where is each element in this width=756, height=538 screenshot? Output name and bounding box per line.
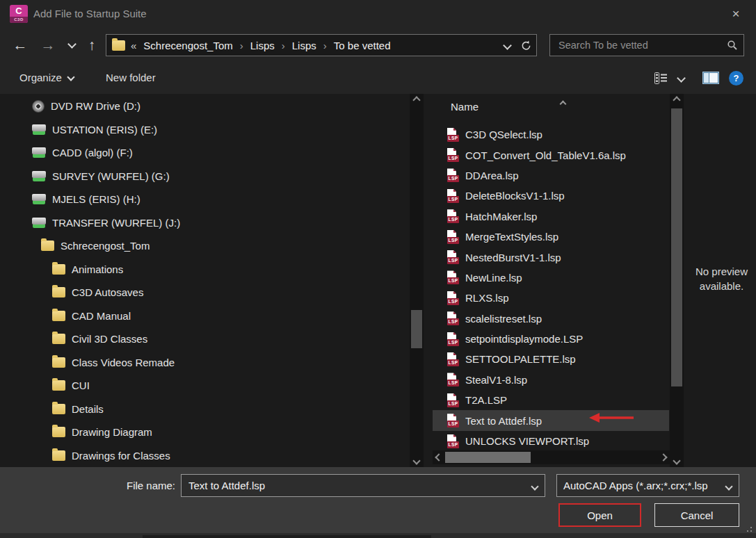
tree-item[interactable]: CAD Manual [0, 304, 409, 328]
folder-icon [52, 287, 65, 297]
file-row[interactable]: LSP SETTOOLPALETTE.lsp [433, 349, 669, 369]
search-icon[interactable] [727, 40, 738, 51]
file-row[interactable]: LSP NestedBurstV1-1.lsp [433, 247, 669, 267]
lsp-badge: LSP [447, 421, 459, 427]
file-row[interactable]: LSP StealV1-8.lsp [433, 370, 669, 390]
tree-item[interactable]: CUI [0, 374, 409, 398]
tree-item[interactable]: Drawings for Classes [0, 444, 409, 468]
file-name: NestedBurstV1-1.lsp [465, 252, 561, 263]
open-button[interactable]: Open [558, 503, 641, 527]
file-list-scrollbar[interactable] [670, 94, 684, 467]
address-dropdown-icon[interactable] [503, 41, 512, 50]
file-row[interactable]: LSP MergeTextStyles.lsp [433, 227, 669, 247]
file-name-input[interactable] [182, 479, 532, 492]
recent-locations-dropdown[interactable] [64, 28, 79, 63]
file-name: StealV1-8.lsp [465, 374, 527, 386]
dialog-footer: File name: AutoCAD Apps (*.arx;*.crx;*.l… [0, 467, 756, 538]
cancel-button[interactable]: Cancel [654, 503, 739, 527]
tree-item[interactable]: Civil 3D Classes [0, 327, 409, 351]
up-button[interactable]: ↑ [81, 28, 103, 63]
tree-item-label: SURVEY (WURFEL) (G:) [52, 170, 170, 182]
breadcrumb-item[interactable]: Schrecengost_Tom [142, 40, 234, 51]
file-row[interactable]: LSP NewLine.lsp [433, 268, 669, 288]
file-row[interactable]: LSP UNLOCKS VIEWPORT.lsp [433, 431, 669, 450]
tree-item[interactable]: CADD (algol) (F:) [0, 141, 409, 165]
preview-pane-icon[interactable] [702, 72, 719, 84]
tree-item[interactable]: Class Videos Remade [0, 351, 409, 375]
file-row[interactable]: LSP T2A.LSP [433, 390, 669, 410]
tree-item[interactable]: MJELS (ERIS) (H:) [0, 188, 409, 211]
file-row[interactable]: LSP COT_Convert_Old_TableV1.6a.lsp [433, 145, 669, 165]
tree-scrollbar[interactable] [410, 94, 424, 467]
refresh-icon[interactable] [520, 40, 532, 51]
sort-ascending-icon [561, 97, 565, 108]
search-input[interactable] [557, 39, 727, 51]
network-drive-icon [32, 124, 46, 135]
search-box[interactable] [549, 34, 744, 56]
close-icon[interactable]: × [724, 0, 748, 28]
scrollbar-thumb[interactable] [411, 310, 422, 348]
lsp-file-icon: LSP [447, 414, 459, 427]
scroll-up-icon[interactable] [670, 94, 684, 106]
civil3d-app-icon: C C3D [10, 5, 28, 23]
back-button[interactable]: ← [8, 28, 32, 63]
tree-item[interactable]: SURVEY (WURFEL) (G:) [0, 165, 409, 188]
chevron-down-icon [67, 40, 77, 49]
scroll-right-icon[interactable] [657, 450, 670, 464]
file-type-combo[interactable]: AutoCAD Apps (*.arx;*.crx;*.lsp [556, 474, 739, 497]
column-header-name[interactable]: Name [451, 101, 478, 113]
chevron-down-icon[interactable] [532, 480, 545, 491]
scroll-up-icon[interactable] [410, 94, 424, 106]
file-row[interactable]: LSP C3D QSelect.lsp [433, 124, 669, 145]
organize-button[interactable]: Organize [19, 63, 74, 93]
file-list-hscrollbar[interactable] [433, 450, 670, 464]
tree-item[interactable]: Drawing Diagram [0, 421, 409, 444]
window-title: Add File to Startup Suite [33, 0, 147, 28]
file-name-combo[interactable] [181, 474, 545, 497]
tree-item[interactable]: DVD RW Drive (D:) [0, 95, 409, 118]
help-icon[interactable]: ? [729, 71, 743, 85]
breadcrumb-item[interactable]: Lisps [291, 40, 318, 51]
file-row[interactable]: LSP setpointdisplaymode.LSP [433, 329, 669, 349]
file-row[interactable]: LSP RLXS.lsp [433, 288, 669, 308]
address-bar[interactable]: « Schrecengost_Tom › Lisps › Lisps › To … [106, 34, 537, 56]
dvd-drive-icon [32, 100, 45, 113]
no-preview-message: No preview available. [689, 264, 755, 293]
chevron-down-icon[interactable] [726, 480, 739, 491]
tree-item[interactable]: USTATION (ERIS) (E:) [0, 118, 409, 142]
scroll-down-icon[interactable] [670, 455, 684, 467]
breadcrumb-overflow[interactable]: « [131, 40, 136, 51]
lsp-badge: LSP [447, 277, 459, 284]
tree-item-label: USTATION (ERIS) (E:) [52, 124, 157, 136]
lsp-file-icon: LSP [447, 189, 459, 203]
scrollbar-thumb[interactable] [671, 108, 682, 386]
tree-item-label: Drawing Diagram [72, 426, 152, 438]
breadcrumb-separator: › [276, 40, 291, 51]
lsp-badge: LSP [447, 298, 459, 305]
scroll-down-icon[interactable] [410, 455, 424, 467]
lsp-file-icon: LSP [447, 148, 459, 162]
tree-item[interactable]: Details [0, 398, 409, 421]
breadcrumb-item[interactable]: Lisps [249, 40, 276, 51]
file-row[interactable]: LSP HatchMaker.lsp [433, 206, 669, 227]
file-name: scalelistreset.lsp [465, 313, 542, 325]
file-row[interactable]: LSP DDArea.lsp [433, 165, 669, 186]
scrollbar-thumb[interactable] [445, 452, 531, 463]
views-dropdown-icon[interactable] [677, 74, 686, 83]
new-folder-button[interactable]: New folder [106, 63, 156, 93]
preview-pane: No preview available. [687, 94, 756, 467]
tree-item[interactable]: Schrecengost_Tom [0, 234, 409, 258]
scroll-left-icon[interactable] [433, 450, 445, 464]
breadcrumb-item[interactable]: To be vetted [332, 40, 392, 51]
tree-item[interactable]: C3D Autosaves [0, 281, 409, 304]
forward-button[interactable]: → [36, 28, 60, 63]
folder-icon [52, 334, 65, 344]
tree-item-label: Details [72, 403, 104, 415]
tree-item[interactable]: TRANSFER (WURFEL) (J:) [0, 211, 409, 235]
lsp-badge: LSP [447, 318, 459, 325]
file-row[interactable]: LSP DeleteBlocksV1-1.lsp [433, 186, 669, 206]
tree-item[interactable]: Animations [0, 258, 409, 282]
file-row[interactable]: LSP scalelistreset.lsp [433, 309, 669, 329]
folder-icon [52, 380, 65, 391]
views-icon[interactable] [654, 72, 668, 84]
